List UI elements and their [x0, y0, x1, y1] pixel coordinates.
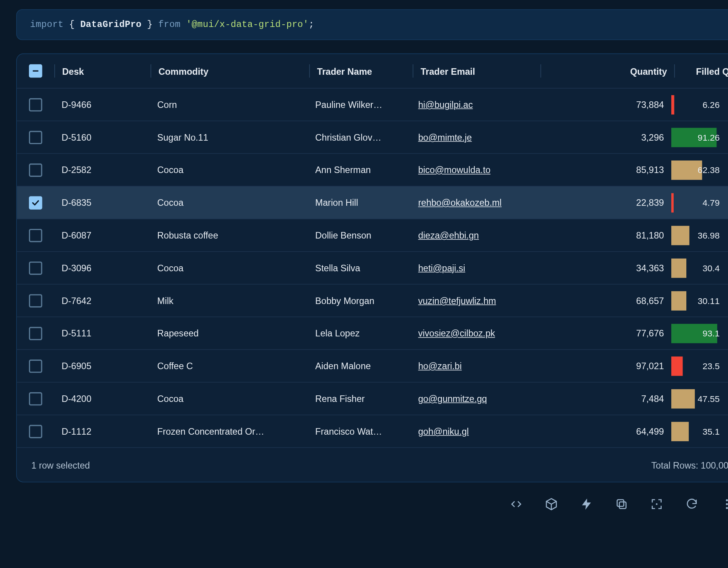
- checkbox-unchecked-icon[interactable]: [29, 261, 42, 275]
- email-link[interactable]: bo@mimte.je: [418, 132, 472, 143]
- code-type: DataGridPro: [80, 20, 142, 30]
- bolt-icon[interactable]: [579, 497, 594, 511]
- cell-email[interactable]: bo@mimte.je: [411, 121, 538, 153]
- cell-email[interactable]: hi@bugilpi.ac: [411, 89, 538, 121]
- checkbox-unchecked-icon[interactable]: [29, 294, 42, 308]
- code-icon[interactable]: [509, 497, 524, 511]
- cell-commodity: Cocoa: [150, 252, 308, 284]
- table-row[interactable]: D-1112Frozen Concentrated Or…Francisco W…: [17, 415, 728, 448]
- progress-bar: [671, 193, 674, 212]
- cell-email[interactable]: rehbo@okakozeb.ml: [411, 187, 538, 218]
- cell-commodity: Milk: [150, 284, 308, 316]
- refresh-icon[interactable]: [684, 497, 699, 511]
- code-brace-close: }: [147, 20, 153, 30]
- row-checkbox-cell[interactable]: [17, 415, 54, 447]
- checkbox-unchecked-icon[interactable]: [29, 229, 42, 242]
- column-header-filled[interactable]: Filled Q: [675, 54, 728, 88]
- svg-point-7: [726, 507, 728, 509]
- more-icon[interactable]: [720, 497, 728, 511]
- table-row[interactable]: D-6905Coffee CAiden Maloneho@zari.bi97,0…: [17, 350, 728, 383]
- email-link[interactable]: dieza@ehbi.gn: [418, 230, 479, 240]
- table-row[interactable]: D-2582CocoaAnn Shermanbico@mowulda.to85,…: [17, 154, 728, 187]
- table-row[interactable]: D-5111RapeseedLela Lopezvivosiez@cilboz.…: [17, 317, 728, 350]
- cell-email[interactable]: goh@niku.gl: [411, 415, 538, 447]
- row-checkbox-cell[interactable]: [17, 154, 54, 186]
- cell-email[interactable]: go@gunmitze.gq: [411, 383, 538, 415]
- table-row[interactable]: D-7642MilkBobby Morganvuzin@tefjuwliz.hm…: [17, 284, 728, 317]
- row-checkbox-cell[interactable]: [17, 187, 54, 218]
- table-row[interactable]: D-6835CocoaMarion Hillrehbo@okakozeb.ml2…: [17, 187, 728, 219]
- cell-filled: 30.4: [671, 252, 726, 284]
- checkbox-unchecked-icon[interactable]: [29, 425, 42, 438]
- column-header-commodity[interactable]: Commodity: [151, 54, 309, 88]
- cell-commodity: Frozen Concentrated Or…: [150, 415, 308, 447]
- cell-email[interactable]: heti@paji.si: [411, 252, 538, 284]
- svg-point-4: [656, 503, 657, 505]
- email-link[interactable]: rehbo@okakozeb.ml: [418, 197, 501, 208]
- import-code-block: import { DataGridPro } from '@mui/x-data…: [16, 9, 728, 40]
- cell-desk: D-2582: [54, 154, 150, 186]
- email-link[interactable]: vivosiez@cilboz.pk: [418, 328, 495, 338]
- filled-value: 36.98: [698, 230, 721, 240]
- checkbox-checked-icon[interactable]: [29, 196, 42, 209]
- email-link[interactable]: ho@zari.bi: [418, 361, 462, 371]
- grid-body: D-9466CornPauline Wilker…hi@bugilpi.ac73…: [17, 89, 728, 448]
- row-checkbox-cell[interactable]: [17, 219, 54, 251]
- filled-value: 91.26: [698, 132, 721, 142]
- table-row[interactable]: D-4200CocoaRena Fishergo@gunmitze.gq7,48…: [17, 383, 728, 415]
- row-checkbox-cell[interactable]: [17, 284, 54, 316]
- cell-trader: Marion Hill: [308, 187, 411, 218]
- filled-value: 30.11: [698, 296, 721, 305]
- checkbox-unchecked-icon[interactable]: [29, 163, 42, 177]
- column-header-desk[interactable]: Desk: [55, 54, 150, 88]
- email-link[interactable]: heti@paji.si: [418, 263, 465, 273]
- cell-filled: 91.26: [671, 121, 726, 153]
- data-grid: Desk Commodity Trader Name Trader Email …: [16, 54, 728, 482]
- cell-quantity: 97,021: [538, 350, 671, 382]
- grid-header-row: Desk Commodity Trader Name Trader Email …: [17, 54, 728, 88]
- checkbox-indeterminate-icon[interactable]: [29, 64, 42, 78]
- column-header-quantity[interactable]: Quantity: [541, 54, 674, 88]
- email-link[interactable]: bico@mowulda.to: [418, 165, 490, 175]
- cell-quantity: 22,839: [538, 187, 671, 218]
- cell-email[interactable]: bico@mowulda.to: [411, 154, 538, 186]
- column-header-email[interactable]: Trader Email: [413, 54, 541, 88]
- sandbox-icon[interactable]: [544, 497, 559, 511]
- email-link[interactable]: vuzin@tefjuwliz.hm: [418, 296, 496, 306]
- cell-email[interactable]: vuzin@tefjuwliz.hm: [411, 284, 538, 316]
- checkbox-unchecked-icon[interactable]: [29, 131, 42, 144]
- table-row[interactable]: D-3096CocoaStella Silvaheti@paji.si34,36…: [17, 252, 728, 285]
- filled-value: 35.1: [703, 427, 721, 436]
- header-select-all[interactable]: [17, 54, 54, 88]
- table-row[interactable]: D-9466CornPauline Wilker…hi@bugilpi.ac73…: [17, 89, 728, 121]
- checkbox-unchecked-icon[interactable]: [29, 392, 42, 405]
- row-checkbox-cell[interactable]: [17, 317, 54, 349]
- email-link[interactable]: hi@bugilpi.ac: [418, 99, 473, 110]
- cell-desk: D-1112: [54, 415, 150, 447]
- row-checkbox-cell[interactable]: [17, 383, 54, 415]
- cell-email[interactable]: dieza@ehbi.gn: [411, 219, 538, 251]
- checkbox-unchecked-icon[interactable]: [29, 326, 42, 340]
- svg-point-6: [726, 503, 728, 505]
- cell-commodity: Sugar No.11: [150, 121, 308, 153]
- row-checkbox-cell[interactable]: [17, 350, 54, 382]
- cell-trader: Francisco Wat…: [308, 415, 411, 447]
- email-link[interactable]: go@gunmitze.gq: [418, 393, 487, 404]
- email-link[interactable]: goh@niku.gl: [418, 426, 468, 437]
- checkbox-unchecked-icon[interactable]: [29, 98, 42, 111]
- fullscreen-icon[interactable]: [649, 497, 664, 511]
- cell-email[interactable]: vivosiez@cilboz.pk: [411, 317, 538, 349]
- filled-value: 30.4: [703, 263, 721, 273]
- cell-trader: Dollie Benson: [308, 219, 411, 251]
- cell-filled: 30.11: [671, 284, 726, 316]
- row-checkbox-cell[interactable]: [17, 121, 54, 153]
- column-header-trader[interactable]: Trader Name: [310, 54, 413, 88]
- cell-email[interactable]: ho@zari.bi: [411, 350, 538, 382]
- copy-icon[interactable]: [614, 497, 629, 511]
- table-row[interactable]: D-6087Robusta coffeeDollie Bensondieza@e…: [17, 219, 728, 252]
- code-package: '@mui/x-data-grid-pro': [186, 20, 309, 30]
- checkbox-unchecked-icon[interactable]: [29, 359, 42, 373]
- table-row[interactable]: D-5160Sugar No.11Christian Glov…bo@mimte…: [17, 121, 728, 154]
- row-checkbox-cell[interactable]: [17, 89, 54, 121]
- row-checkbox-cell[interactable]: [17, 252, 54, 284]
